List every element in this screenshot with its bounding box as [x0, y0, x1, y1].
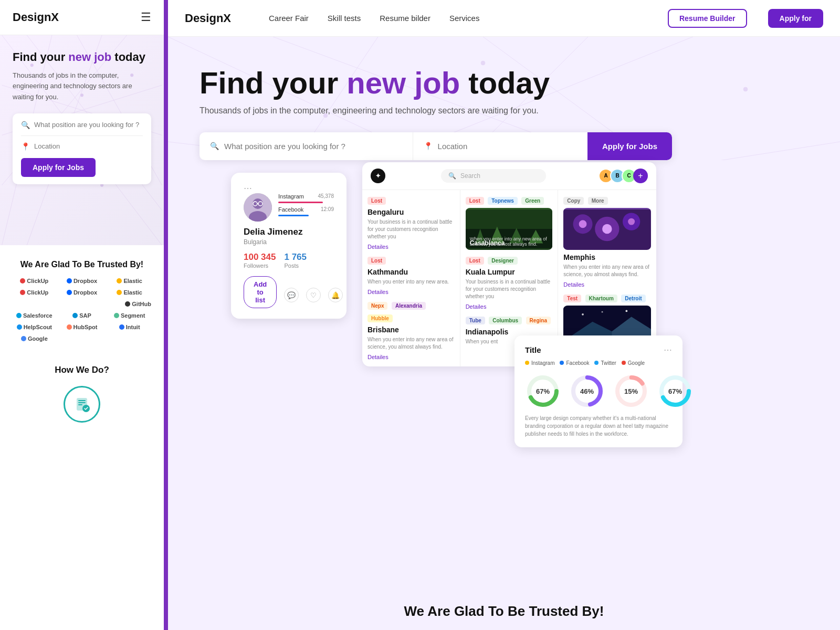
bell-icon[interactable]: 🔔 — [328, 288, 343, 302]
stats-description: Every large design company whether it's … — [525, 414, 672, 438]
dashboard-header: ✦ 🔍 Search A B C + — [362, 162, 656, 190]
social-row-facebook: Facebook 12:09 — [278, 206, 334, 213]
dashboard-avatars: A B C + — [602, 169, 648, 183]
list-item: ClickUp — [20, 289, 48, 296]
right-hero: Find your new job today Thousands of job… — [168, 37, 840, 160]
tag-green: Green — [521, 197, 544, 205]
city-bengaluru: Bengaluru — [368, 208, 455, 216]
legend-label-instagram: Instagram — [531, 360, 554, 366]
svg-rect-14 — [78, 400, 86, 401]
add-to-list-button[interactable]: Add to list — [244, 276, 277, 308]
list-item: Dropbox — [67, 289, 97, 296]
social-row-instagram: Instagram 45,378 — [278, 193, 334, 200]
avatar — [244, 193, 272, 222]
legend-facebook: Facebook — [560, 360, 589, 366]
tag-nepx: Nepx — [368, 302, 387, 310]
tag-lost: Lost — [368, 197, 386, 205]
legend-label-facebook: Facebook — [566, 360, 589, 366]
posts-label: Posts — [284, 262, 307, 269]
dash-search-label: Search — [460, 172, 480, 180]
nav-link-services[interactable]: Services — [449, 14, 480, 23]
hero-position-input[interactable] — [224, 132, 402, 160]
legend-twitter: Twitter — [594, 360, 616, 366]
memphis-desc: When you enter into any new area of scie… — [563, 264, 651, 278]
right-trusted-section: We Are Glad To Be Trusted By! — [168, 582, 840, 630]
tag-lost-4: Lost — [466, 257, 484, 265]
list-item: Lost Designer Kuala Lumpur Your business… — [466, 255, 553, 310]
how-icon-circle — [64, 386, 100, 423]
svg-point-28 — [481, 61, 485, 65]
left-search-row: 🔍 — [21, 121, 143, 136]
dash-search-icon: 🔍 — [448, 172, 456, 180]
kathmandu-desc: When you enter into any new area. — [368, 278, 455, 286]
tag-topnews: Topnews — [488, 197, 518, 205]
list-item: Elastic — [117, 278, 142, 284]
posts-stat: 1 765 Posts — [284, 252, 307, 269]
search-icon: 🔍 — [21, 121, 30, 129]
location-icon: 📍 — [21, 142, 30, 151]
svg-point-43 — [579, 220, 587, 228]
list-item: GitHub — [125, 301, 151, 307]
hamburger-icon[interactable]: ☰ — [141, 10, 151, 24]
left-location-row: 📍 — [21, 142, 143, 151]
heart-icon[interactable]: ♡ — [306, 288, 321, 302]
nav-apply-button[interactable]: Apply for — [768, 9, 823, 28]
nav-links: Career Fair Skill tests Resume bilder Se… — [269, 14, 647, 23]
hero-location-icon: 📍 — [424, 142, 433, 150]
profile-name: Delia Jimenez — [244, 227, 334, 237]
legend-dot-facebook — [560, 361, 564, 365]
stats-title: Title — [525, 345, 541, 354]
left-header: DesignX ☰ — [0, 0, 164, 35]
list-item: Salesforce — [16, 312, 52, 319]
list-item: Lost Topnews Green Casablanca — [466, 195, 553, 250]
nav-link-career[interactable]: Career Fair — [269, 14, 309, 23]
donut-row: 67% 46% 15% — [525, 373, 672, 409]
svg-point-44 — [602, 224, 612, 234]
donut-67-green: 67% — [525, 373, 561, 409]
social-name-instagram: Instagram — [278, 193, 304, 200]
svg-point-49 — [626, 310, 628, 312]
list-item: Elastic — [117, 289, 142, 296]
list-item: Segment — [114, 312, 145, 319]
svg-rect-16 — [78, 404, 82, 405]
kathmandu-details[interactable]: Detailes — [368, 289, 455, 295]
tag-hubble: Hubble — [368, 314, 393, 322]
dashboard-search[interactable]: 🔍 Search — [441, 169, 546, 183]
city-kuala-lumpur: Kuala Lumpur — [466, 268, 553, 276]
followers-label: Followers — [244, 262, 276, 269]
app-icon: ✦ — [371, 169, 385, 183]
nav-logo-text: DesignX — [185, 12, 231, 25]
left-trusted-section: We Are Glad To Be Trusted By! ClickUp Dr… — [0, 245, 164, 352]
legend-dot-google — [622, 361, 626, 365]
tag-columbus: Columbus — [489, 317, 522, 324]
nav-link-skills[interactable]: Skill tests — [328, 14, 361, 23]
profile-card-icons: 💬 ♡ 🔔 — [284, 288, 343, 302]
add-avatar-button[interactable]: + — [633, 169, 648, 183]
profile-card: ⋯ Instagram 45,378 — [231, 173, 346, 319]
posts-value: 1 765 — [284, 252, 307, 262]
left-apply-button[interactable]: Apply for Jobs — [21, 158, 96, 177]
message-icon[interactable]: 💬 — [284, 288, 299, 302]
kuala-details[interactable]: Detailes — [466, 303, 553, 310]
profile-more-icon[interactable]: ⋯ — [244, 183, 334, 193]
memphis-details[interactable]: Detailes — [563, 281, 651, 288]
svg-text:15%: 15% — [624, 387, 638, 395]
legend-dot-twitter — [594, 361, 598, 365]
nav-resume-button[interactable]: Resume Builder — [668, 9, 747, 28]
bengaluru-details[interactable]: Detailes — [368, 244, 455, 250]
legend-instagram: Instagram — [525, 360, 554, 366]
hero-apply-button[interactable]: Apply for Jobs — [587, 132, 672, 160]
left-location-input[interactable] — [34, 142, 143, 150]
left-position-input[interactable] — [34, 121, 143, 129]
facebook-bar — [278, 215, 309, 216]
donut-67-cyan: 67% — [657, 373, 693, 409]
list-item: Lost Bengaluru Your business is in a con… — [368, 195, 455, 250]
tag-lost-2: Lost — [368, 257, 386, 265]
hero-search-field: 🔍 — [200, 132, 413, 160]
nav-link-resume-builder[interactable]: Resume bilder — [380, 14, 430, 23]
stats-more-icon[interactable]: ⋯ — [664, 345, 672, 355]
left-how-title: How We Do? — [13, 365, 151, 375]
tag-detroit: Detroit — [621, 295, 645, 302]
stats-card-header: Title ⋯ — [525, 345, 672, 355]
hero-location-input[interactable] — [438, 132, 577, 160]
